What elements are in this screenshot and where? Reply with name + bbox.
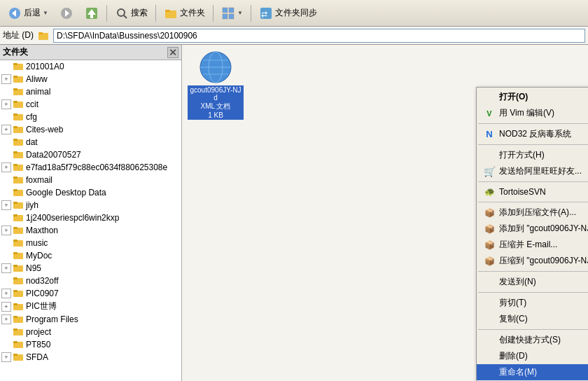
sidebar-item[interactable]: +SFDA <box>0 351 181 363</box>
folder-icon <box>13 162 24 173</box>
sidebar-item[interactable]: dat <box>0 136 181 148</box>
sidebar-item[interactable]: Google Desktop Data <box>0 186 181 199</box>
menu-item-aliww[interactable]: 🛒发送给阿里旺旺好友... <box>477 163 588 179</box>
sidebar-item[interactable]: 1j2400seriespcl6win2kxp <box>0 212 181 224</box>
expand-button[interactable]: + <box>1 352 11 362</box>
menu-icon-empty <box>482 314 496 325</box>
sidebar-item[interactable]: nod32off <box>0 275 181 287</box>
folder-name: Google Desktop Data <box>26 188 106 198</box>
menu-item-label: 打开(O) <box>499 91 528 103</box>
sidebar-item[interactable]: project <box>0 326 181 338</box>
menu-separator <box>478 144 588 145</box>
menu-item-tortoise[interactable]: 🐢TortoiseSVN▶ <box>477 184 588 200</box>
menu-item-delete[interactable]: 删除(D) <box>477 348 588 364</box>
folder-name: project <box>26 327 51 337</box>
menu-item-sendto[interactable]: 发送到(N)▶ <box>477 274 588 290</box>
sidebar-item[interactable]: MyDoc <box>0 249 181 262</box>
expand-button[interactable]: + <box>1 263 11 273</box>
file-label-line3: 1 KB <box>189 111 242 119</box>
svg-rect-20 <box>13 63 18 65</box>
address-input[interactable] <box>53 29 585 43</box>
sidebar-item[interactable]: foxmail <box>0 174 181 186</box>
expand-button[interactable]: + <box>1 289 11 298</box>
folder-icon <box>13 339 24 350</box>
svg-line-8 <box>124 15 127 18</box>
view-button[interactable]: ▼ <box>216 4 248 22</box>
svg-rect-60 <box>13 316 18 318</box>
sync-icon: ⇄ <box>259 6 273 20</box>
svg-rect-14 <box>229 14 234 19</box>
sidebar-item[interactable]: +jiyh <box>0 199 181 212</box>
forward-button[interactable] <box>55 4 78 22</box>
menu-item-rename[interactable]: 重命名(M) <box>477 364 588 380</box>
up-icon <box>85 6 99 20</box>
menu-item-cut[interactable]: 剪切(T) <box>477 295 588 311</box>
sidebar-close-button[interactable]: ✕ <box>167 47 178 58</box>
folder-icon <box>13 124 24 135</box>
forward-icon <box>59 6 74 20</box>
menu-item-copy[interactable]: 复制(C) <box>477 311 588 327</box>
back-button[interactable]: 后退 ▼ <box>3 4 53 22</box>
expand-button[interactable]: + <box>1 74 11 84</box>
sidebar-item[interactable]: +Aliww <box>0 73 181 85</box>
sidebar-item[interactable]: Data20070527 <box>0 148 181 161</box>
separator-4 <box>251 5 251 22</box>
sidebar-item[interactable]: +PIC世博 <box>0 300 181 313</box>
menu-item-open[interactable]: 打开(O) <box>477 89 588 105</box>
expand-button[interactable]: + <box>1 162 11 172</box>
up-button[interactable] <box>80 4 104 22</box>
svg-rect-38 <box>13 176 18 179</box>
svg-point-7 <box>118 9 125 16</box>
menu-item-openwith[interactable]: 打开方式(H)▶ <box>477 147 588 163</box>
folder-name: Data20070527 <box>26 150 81 160</box>
folder-icon <box>13 237 24 249</box>
sidebar-item[interactable]: +Maxthon <box>0 224 181 237</box>
sidebar-item[interactable]: animal <box>0 85 181 98</box>
expand-button[interactable]: + <box>1 125 11 134</box>
expand-button[interactable]: + <box>1 200 11 210</box>
folder-name: PIC0907 <box>26 289 59 298</box>
menu-item-add_compress[interactable]: 📦添加到压缩文件(A)... <box>477 205 588 221</box>
svg-rect-18 <box>38 32 43 34</box>
sidebar-item[interactable]: +e7fad18a5f79c88ec0634f880625308e <box>0 161 181 174</box>
menu-icon-empty <box>482 298 496 309</box>
menu-item-nod32[interactable]: NNOD32 反病毒系统 <box>477 126 588 142</box>
sidebar-item[interactable]: +Cites-web <box>0 123 181 136</box>
menu-item-compress_rar_email[interactable]: 📦压缩到 "gcout0906JY-NJd.rar" 并 E-mail <box>477 253 588 269</box>
sidebar-item[interactable]: 201001A0 <box>0 60 181 73</box>
main-layout: 文件夹 ✕ 201001A0+Aliwwanimal+ccitcfg+Cites… <box>0 45 588 381</box>
expand-button[interactable]: + <box>1 302 11 312</box>
file-item[interactable]: gcout0906JY-NJd XML 文档 1 KB <box>188 50 244 120</box>
sidebar-item[interactable]: +ccit <box>0 98 181 111</box>
menu-item-create_shortcut[interactable]: 创建快捷方式(S) <box>477 332 588 348</box>
menu-item-label: 打开方式(H) <box>499 149 545 161</box>
sidebar-item[interactable]: +Program Files <box>0 313 181 326</box>
menu-item-vim[interactable]: V用 Vim 编辑(V) <box>477 105 588 121</box>
folder-name: ccit <box>26 99 38 109</box>
tortoise-icon: 🐢 <box>482 186 496 198</box>
folder-icon <box>13 187 24 198</box>
folder-icon <box>13 200 24 211</box>
expand-button[interactable]: + <box>1 226 11 235</box>
folder-button[interactable]: 文件夹 <box>159 4 210 22</box>
folder-icon <box>13 61 24 72</box>
menu-item-add_rar[interactable]: 📦添加到 "gcout0906JY-NJd.rar"(T) <box>477 221 588 237</box>
search-button[interactable]: 搜索 <box>110 4 153 22</box>
folder-icon <box>13 314 24 325</box>
menu-item-compress_email[interactable]: 📦压缩并 E-mail... <box>477 237 588 253</box>
expand-button[interactable]: + <box>1 99 11 109</box>
expand-button[interactable]: + <box>1 314 11 324</box>
sidebar-item[interactable]: PT850 <box>0 338 181 351</box>
sidebar-item[interactable]: music <box>0 237 181 249</box>
sync-button[interactable]: ⇄ 文件夹同步 <box>254 4 322 22</box>
sidebar-item[interactable]: +PIC0907 <box>0 287 181 300</box>
address-folder-icon <box>36 29 50 43</box>
sidebar-title: 文件夹 <box>3 46 28 58</box>
sidebar-item[interactable]: cfg <box>0 111 181 123</box>
folder-name: 201001A0 <box>26 62 64 71</box>
sidebar-list[interactable]: 201001A0+Aliwwanimal+ccitcfg+Cites-webda… <box>0 60 181 381</box>
sidebar-item[interactable]: +N95 <box>0 262 181 275</box>
file-icon-wrapper <box>199 50 232 84</box>
folder-name: nod32off <box>26 276 59 286</box>
sidebar: 文件夹 ✕ 201001A0+Aliwwanimal+ccitcfg+Cites… <box>0 45 182 381</box>
